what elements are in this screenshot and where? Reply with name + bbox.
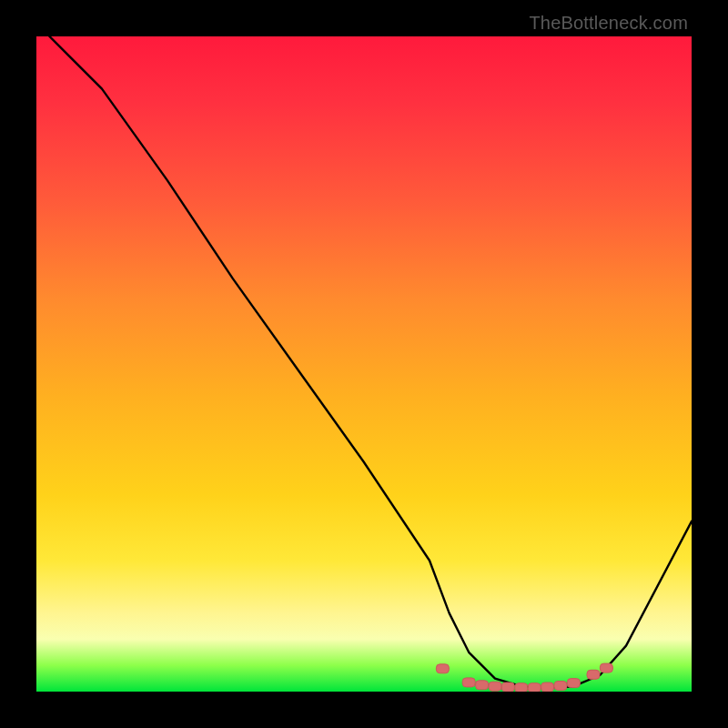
- valley-marker: [515, 683, 528, 692]
- valley-marker: [501, 682, 514, 692]
- valley-marker: [587, 670, 600, 679]
- valley-marker: [476, 681, 489, 690]
- credit-text: TheBottleneck.com: [529, 13, 688, 34]
- valley-marker: [567, 679, 580, 688]
- valley-marker: [554, 682, 567, 691]
- chart-svg: [36, 36, 692, 692]
- valley-marker: [541, 682, 554, 692]
- chart-stage: TheBottleneck.com: [0, 0, 728, 728]
- valley-marker: [462, 678, 475, 687]
- valley-marker: [600, 663, 612, 672]
- valley-marker: [489, 682, 501, 691]
- valley-marker: [528, 683, 541, 692]
- valley-marker: [436, 664, 449, 673]
- valley-markers-group: [436, 663, 612, 692]
- plot-area: [36, 36, 692, 692]
- bottleneck-curve: [49, 36, 692, 688]
